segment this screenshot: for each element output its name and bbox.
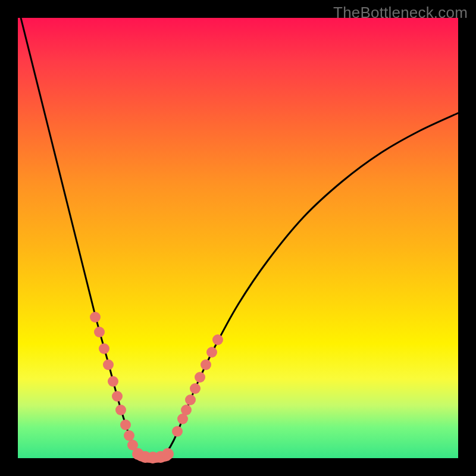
dot-right-upper-dots <box>190 383 201 394</box>
chart-svg <box>18 18 458 458</box>
dot-left-upper-dots <box>115 405 126 415</box>
dot-bottom-dots <box>162 448 174 460</box>
dot-left-lower-dots <box>120 419 131 430</box>
dot-left-upper-dots <box>108 376 118 387</box>
dot-left-upper-dots <box>90 312 101 322</box>
dot-left-upper-dots <box>112 391 123 402</box>
curve-right-curve <box>161 113 458 458</box>
curve-left-curve <box>21 18 145 458</box>
dot-left-upper-dots <box>99 343 109 354</box>
watermark-text: TheBottleneck.com <box>333 4 468 22</box>
dot-right-upper-dots <box>212 334 223 345</box>
dot-left-lower-dots <box>124 430 134 441</box>
curve-layer <box>21 18 458 458</box>
dot-layer <box>90 312 223 464</box>
dot-left-upper-dots <box>103 359 114 370</box>
dot-right-upper-dots <box>181 405 192 415</box>
chart-plot-area <box>18 18 458 458</box>
dot-right-upper-dots <box>206 347 217 358</box>
dot-right-upper-dots <box>185 394 196 405</box>
dot-right-upper-dots <box>201 359 211 370</box>
dot-right-upper-dots <box>195 372 205 383</box>
dot-left-upper-dots <box>94 327 105 337</box>
dot-right-extra-dot <box>172 426 183 437</box>
